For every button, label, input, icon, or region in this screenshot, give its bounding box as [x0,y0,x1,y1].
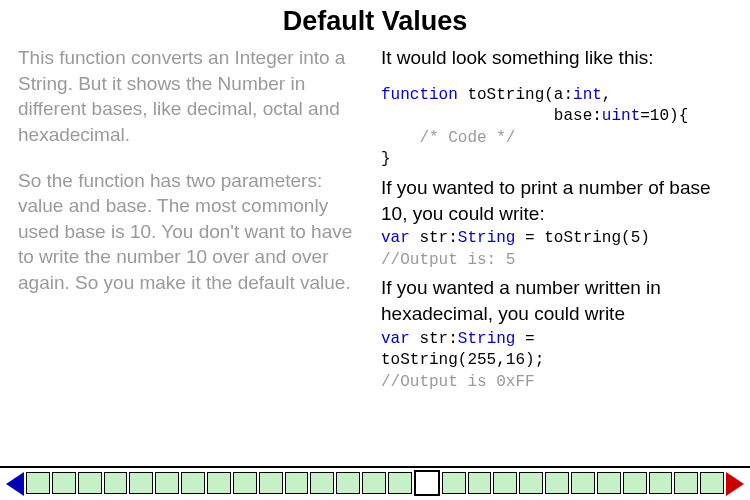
nav-box[interactable] [155,472,179,494]
code-text: toString(255,16); [381,351,544,369]
code-text: str: [410,229,458,247]
nav-box[interactable] [362,472,386,494]
nav-box[interactable] [571,472,595,494]
code-comment: /* Code */ [419,129,515,147]
nav-box[interactable] [52,472,76,494]
keyword-var: var [381,330,410,348]
nav-box[interactable] [233,472,257,494]
code-block-3: var str:String = toString(255,16); //Out… [381,329,732,394]
code-text: str: [410,330,458,348]
nav-box[interactable] [336,472,360,494]
nav-box[interactable] [519,472,543,494]
mid-text-2: If you wanted a number written in hexade… [381,275,732,326]
nav-box[interactable] [388,472,412,494]
slide: Default Values This function converts an… [0,0,750,500]
code-text [381,129,419,147]
code-comment: //Output is 0xFF [381,373,535,391]
nav-box[interactable] [181,472,205,494]
code-text: , [602,86,612,104]
keyword-var: var [381,229,410,247]
nav-box[interactable] [700,472,724,494]
code-text: = [515,330,534,348]
code-text: base: [381,107,602,125]
code-text: = toString(5) [515,229,649,247]
nav-box[interactable] [104,472,128,494]
nav-box[interactable] [78,472,102,494]
nav-box[interactable] [310,472,334,494]
right-column: It would look something like this: funct… [381,45,732,466]
code-comment: //Output is: 5 [381,251,515,269]
nav-boxes [26,472,724,496]
nav-box[interactable] [259,472,283,494]
code-text: toString(a: [458,86,573,104]
nav-box[interactable] [649,472,673,494]
nav-box[interactable] [26,472,50,494]
type-string: String [458,330,516,348]
intro-paragraph-2: So the function has two parameters: valu… [18,168,369,296]
type-uint: uint [602,107,640,125]
next-arrow-icon[interactable] [726,472,744,496]
nav-box[interactable] [414,470,440,496]
content-area: This function converts an Integer into a… [0,45,750,466]
nav-box[interactable] [623,472,647,494]
nav-box[interactable] [493,472,517,494]
code-block-1: function toString(a:int, base:uint=10){ … [381,85,732,171]
nav-box[interactable] [207,472,231,494]
type-int: int [573,86,602,104]
nav-box[interactable] [545,472,569,494]
lead-text: It would look something like this: [381,45,732,71]
type-string: String [458,229,516,247]
code-text: =10){ [640,107,688,125]
left-column: This function converts an Integer into a… [18,45,369,466]
nav-box[interactable] [674,472,698,494]
nav-box[interactable] [285,472,309,494]
keyword-function: function [381,86,458,104]
intro-paragraph-1: This function converts an Integer into a… [18,45,369,148]
slide-nav [0,466,750,500]
code-block-2: var str:String = toString(5) //Output is… [381,228,732,271]
nav-box[interactable] [597,472,621,494]
mid-text-1: If you wanted to print a number of base … [381,175,732,226]
prev-arrow-icon[interactable] [6,472,24,496]
nav-box[interactable] [129,472,153,494]
nav-box[interactable] [442,472,466,494]
nav-box[interactable] [468,472,492,494]
page-title: Default Values [0,0,750,45]
code-text: } [381,150,391,168]
